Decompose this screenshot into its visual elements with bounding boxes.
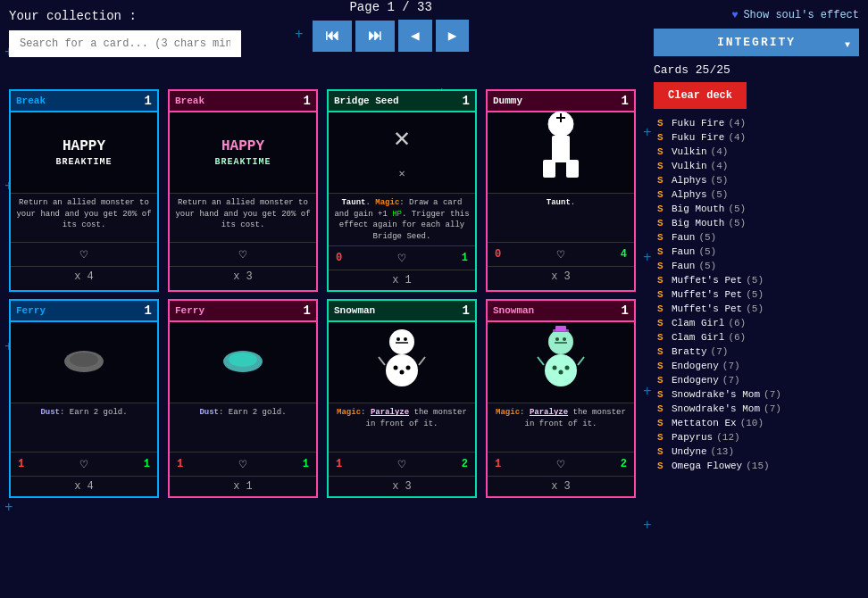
svg-point-19: [405, 365, 410, 370]
deck-item-name: Faun: [672, 246, 695, 257]
deck-item-label: S: [657, 346, 668, 357]
soul-icon: ♡: [393, 249, 411, 267]
page-info: Page 1 / 33: [349, 0, 431, 14]
card-hp: 2: [621, 458, 627, 470]
card-image-content: HAPPY BREAKTIME: [214, 137, 271, 168]
card-image-content: [537, 326, 586, 400]
card-text: Dust: Earn 2 gold.: [11, 403, 157, 452]
card-image-content: [62, 344, 106, 381]
deck-item[interactable]: S Alphys (5): [654, 187, 859, 202]
deck-item-name: Snowdrake's Mom: [672, 389, 760, 400]
deco-plus-8: +: [643, 125, 652, 141]
deck-item-label: S: [657, 461, 668, 471]
deck-item[interactable]: S Snowdrake's Mom (7): [654, 402, 859, 416]
card[interactable]: Break 1 HAPPY BREAKTIME Return an allied…: [9, 89, 159, 292]
deck-item[interactable]: S Faun (5): [654, 259, 859, 273]
right-panel: ♥ Show soul's effect INTEGRITY PATIENCE …: [654, 9, 859, 473]
card-name: Snowman: [334, 305, 375, 316]
deck-item-name: Snowdrake's Mom: [672, 403, 760, 414]
deck-item[interactable]: S Endogeny (7): [654, 373, 859, 387]
card-image: [488, 322, 634, 403]
card-atk: 1: [18, 458, 24, 470]
deck-item-label: S: [657, 261, 668, 271]
card-header: Ferry 1: [11, 301, 157, 322]
card-header: Break 1: [11, 91, 157, 112]
deck-item[interactable]: S Endogeny (7): [654, 359, 859, 373]
deck-item-name: Papyrus: [672, 432, 713, 443]
deck-item-label: S: [657, 318, 668, 328]
deck-item[interactable]: S Vulkin (4): [654, 159, 859, 173]
card-atk: 1: [336, 458, 342, 470]
svg-point-23: [555, 337, 559, 341]
soul-select[interactable]: INTEGRITY PATIENCE BRAVERY KINDNESS PERS…: [654, 29, 859, 56]
deck-item-cost: (7): [711, 346, 729, 357]
deck-item-label: S: [657, 403, 668, 414]
card-name: Break: [175, 96, 204, 106]
deck-item[interactable]: S Vulkin (4): [654, 145, 859, 159]
deck-item[interactable]: S Snowdrake's Mom (7): [654, 387, 859, 402]
card-stats: 1 ♡ 1: [11, 452, 157, 476]
card[interactable]: Break 1 HAPPY BREAKTIME Return an allied…: [168, 89, 318, 292]
card-name: Ferry: [175, 305, 204, 316]
deck-item-label: S: [657, 161, 668, 171]
deck-item[interactable]: S Clam Girl (6): [654, 330, 859, 345]
deck-item-cost: (5): [698, 232, 716, 243]
deck-item-cost: (4): [728, 118, 746, 129]
show-soul-button[interactable]: ♥ Show soul's effect: [654, 9, 859, 21]
deck-item-label: S: [657, 332, 668, 343]
first-page-button[interactable]: ⏮: [313, 21, 352, 52]
card-name: Snowman: [493, 305, 534, 316]
svg-line-30: [538, 357, 544, 365]
search-input[interactable]: [9, 30, 241, 57]
deck-item[interactable]: S Muffet's Pet (5): [654, 273, 859, 287]
deck-item-label: S: [657, 289, 668, 300]
prev-page-button[interactable]: ◀: [398, 20, 432, 52]
card[interactable]: Dummy 1 Taunt. 0 ♡ 4 x 3: [486, 89, 636, 292]
deck-item-name: Big Mouth: [672, 218, 724, 228]
svg-point-10: [229, 353, 257, 367]
deck-item[interactable]: S Fuku Fire (4): [654, 130, 859, 145]
deck-item[interactable]: S Undyne (13): [654, 444, 859, 459]
deck-item-name: Alphys: [672, 189, 707, 200]
card-text: Magic: Paralyze the monster in front of …: [488, 403, 634, 452]
card[interactable]: Ferry 1 Dust: Earn 2 gold. 1 ♡ 1 x 4: [9, 299, 159, 498]
deck-item[interactable]: S Alphys (5): [654, 173, 859, 187]
card-atk: 0: [495, 248, 501, 261]
deck-item-label: S: [657, 175, 668, 186]
card-text: Return an allied monster to your hand an…: [11, 193, 157, 242]
card-hp: 2: [462, 458, 468, 470]
next-page-button[interactable]: ▶: [436, 20, 470, 52]
card[interactable]: Snowman 1 Magic: Paralyze the monster in…: [327, 299, 477, 498]
card-count: x 1: [170, 476, 316, 496]
deck-item[interactable]: S Faun (5): [654, 230, 859, 245]
card[interactable]: Bridge Seed 1 ✕✕Taunt. Magic: Draw a car…: [327, 89, 477, 292]
deck-item[interactable]: S Bratty (7): [654, 345, 859, 359]
card-image: HAPPY BREAKTIME: [11, 112, 157, 193]
card[interactable]: Snowman 1 Magic: Paralyze: [486, 299, 636, 498]
deck-item[interactable]: S Omega Flowey (15): [654, 459, 859, 473]
card-atk: 1: [495, 458, 501, 470]
deck-item-cost: (7): [764, 403, 781, 414]
deck-item[interactable]: S Muffet's Pet (5): [654, 302, 859, 316]
last-page-button[interactable]: ⏭: [355, 21, 395, 52]
card-cost: 1: [304, 303, 311, 318]
deck-item[interactable]: S Big Mouth (5): [654, 202, 859, 216]
deck-item-cost: (5): [698, 261, 716, 271]
deck-item[interactable]: S Clam Girl (6): [654, 316, 859, 330]
deck-item[interactable]: S Big Mouth (5): [654, 216, 859, 230]
deck-item[interactable]: S Muffet's Pet (5): [654, 287, 859, 302]
deck-item[interactable]: S Mettaton Ex (10): [654, 416, 859, 430]
soul-icon: ♡: [75, 455, 93, 473]
soul-icon: ♡: [75, 245, 93, 263]
deck-item[interactable]: S Fuku Fire (4): [654, 116, 859, 130]
card-stats: - ♡ -: [11, 242, 157, 266]
deck-item-name: Muffet's Pet: [672, 303, 742, 314]
deck-item[interactable]: S Papyrus (12): [654, 430, 859, 444]
card-text: Taunt. Magic: Draw a card and gain +1 HP…: [329, 193, 475, 245]
deck-item-cost: (5): [746, 275, 764, 286]
card[interactable]: Ferry 1 Dust: Earn 2 gold. 1 ♡ 1 x 1: [168, 299, 318, 498]
clear-deck-button[interactable]: Clear deck: [654, 82, 747, 109]
deck-item[interactable]: S Faun (5): [654, 245, 859, 259]
card-stats: 1 ♡ 1: [170, 452, 316, 476]
card-count: x 1: [329, 270, 475, 290]
